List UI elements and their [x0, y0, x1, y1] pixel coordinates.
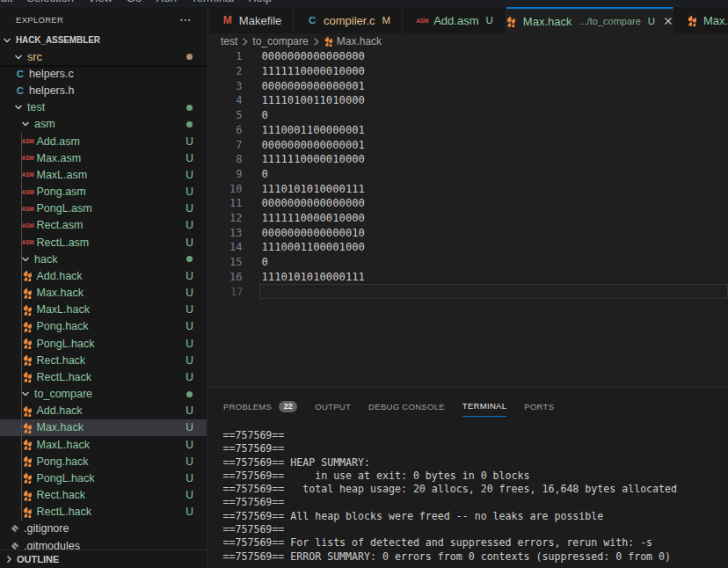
breadcrumb-item-test[interactable]: test: [221, 35, 237, 47]
asm-file-icon: ASM: [21, 236, 35, 250]
git-status-badge: U: [186, 219, 193, 231]
hack-flame-icon: [21, 455, 35, 469]
code-line: 41111010011010000: [209, 93, 728, 108]
line-text: 0: [262, 168, 268, 180]
tree-folder-asm[interactable]: asm: [0, 116, 207, 133]
outline-section-header[interactable]: OUTLINE: [0, 550, 207, 568]
tree-file-maxl.hack[interactable]: MaxL.hackU: [0, 436, 207, 453]
breadcrumb: testto_compareMax.hack: [209, 33, 728, 49]
tree-file-pong.asm[interactable]: ASMPong.asmU: [0, 184, 207, 200]
editor-tab-compiler-c[interactable]: Ccompiler.cM: [294, 7, 403, 33]
tree-file-max.hack[interactable]: Max.hackU: [0, 285, 207, 302]
terminal-line: ==757569==: [223, 442, 728, 455]
tree-item-label: Add.hack: [37, 270, 83, 282]
git-status-badge: U: [186, 135, 193, 148]
code-line: 150: [209, 255, 728, 270]
editor-tab-makefile[interactable]: MMakefile: [209, 7, 294, 33]
tree-item-label: Rect.hack: [37, 489, 86, 501]
tree-file-pongl.asm[interactable]: ASMPongL.asmU: [0, 200, 207, 217]
line-number: 13: [209, 227, 243, 239]
panel-tab-debug-console[interactable]: DEBUG CONSOLE: [368, 396, 445, 417]
tree-item-label: .gitignore: [24, 522, 69, 535]
problems-count-badge: 22: [279, 401, 297, 412]
panel-tab-ports[interactable]: PORTS: [524, 396, 554, 417]
terminal-line: ==757569== ERROR SUMMARY: 0 errors from …: [223, 550, 728, 564]
git-status-badge: U: [186, 303, 193, 316]
editor-tab-add-asm[interactable]: ASMAdd.asmU: [403, 7, 506, 33]
asm-file-icon: ASM: [21, 201, 35, 215]
panel-tab-output[interactable]: OUTPUT: [315, 396, 351, 417]
menu-item-go[interactable]: Go: [120, 0, 149, 4]
terminal-line: ==757569== All heap blocks were freed --…: [223, 510, 728, 523]
line-number: 6: [209, 124, 243, 136]
hack-flame-icon: [21, 337, 35, 351]
code-line: 141110001100001000: [209, 240, 728, 255]
menu-item-view[interactable]: View: [81, 0, 120, 4]
asm-file-icon: ASM: [21, 151, 35, 165]
breadcrumb-item-to_compare[interactable]: to_compare: [252, 35, 308, 47]
tree-file-pongl.hack[interactable]: PongL.hackU: [0, 335, 207, 352]
tree-file-rectl.hack[interactable]: RectL.hackU: [0, 504, 207, 521]
terminal-output[interactable]: ==757569====757569====757569== HEAP SUMM…: [223, 429, 728, 564]
menu-item-terminal[interactable]: Terminal: [184, 0, 241, 4]
git-status-badge: U: [186, 237, 193, 249]
code-line: 101110101010000111: [209, 181, 728, 196]
tree-file-add.hack[interactable]: Add.hackU: [0, 403, 207, 419]
editor-tab-max-hack[interactable]: Max.hack.../to_compareU: [506, 7, 673, 33]
menu-item-help[interactable]: Help: [241, 0, 279, 4]
sticky-scroll-shadow: [0, 65, 207, 69]
menu-item-run[interactable]: Run: [149, 0, 184, 4]
explorer-header: EXPLORER ⋯: [0, 7, 207, 32]
editor-tab-max-h[interactable]: Max.h: [673, 7, 728, 33]
tree-file-helpers.h[interactable]: Chelpers.h: [0, 83, 207, 99]
tree-file-rect.hack[interactable]: Rect.hackU: [0, 487, 207, 504]
tree-file-max.hack[interactable]: Max.hackU: [0, 419, 207, 436]
outline-label: OUTLINE: [17, 554, 59, 564]
git-status-badge: U: [186, 354, 193, 367]
hack-flame-icon: [21, 269, 35, 283]
tree-file-rectl.asm[interactable]: ASMRectL.asmU: [0, 234, 207, 251]
panel-tab-problems[interactable]: PROBLEMS22: [223, 396, 297, 417]
tab-git-status-badge: U: [486, 15, 493, 25]
tree-file-rect.hack[interactable]: Rect.hackU: [0, 352, 207, 368]
tree-file-pong.hack[interactable]: Pong.hackU: [0, 318, 207, 335]
tree-item-label: Pong.asm: [37, 186, 86, 198]
git-status-dot: [186, 105, 193, 111]
tree-file-gitignore[interactable]: .gitignore: [0, 521, 207, 537]
panel-tab-label: PORTS: [524, 402, 554, 411]
tree-file-rect.asm[interactable]: ASMRect.asmU: [0, 217, 207, 234]
menu-item-selection[interactable]: Selection: [19, 0, 80, 4]
hack-flame-icon: [21, 404, 35, 418]
panel-tab-terminal[interactable]: TERMINAL: [462, 396, 506, 417]
tree-file-max.asm[interactable]: ASMMax.asmU: [0, 149, 207, 166]
tree-item-label: Add.hack: [37, 404, 83, 417]
breadcrumb-item-max.hack[interactable]: Max.hack: [337, 35, 382, 47]
tree-file-rectl.hack[interactable]: RectL.hackU: [0, 368, 207, 385]
hack-flame-icon: [21, 438, 35, 452]
line-text: 0000000000000001: [262, 139, 365, 151]
tree-file-add.hack[interactable]: Add.hackU: [0, 267, 207, 284]
tree-item-label: Max.hack: [37, 287, 84, 299]
tree-file-pongl.hack[interactable]: PongL.hackU: [0, 470, 207, 486]
explorer-more-actions-icon[interactable]: ⋯: [179, 16, 193, 23]
tree-folder-to_compare[interactable]: to_compare: [0, 386, 207, 403]
hack-flame-icon: [21, 286, 35, 300]
line-number: 15: [209, 256, 243, 268]
line-text: 1111110000010000: [262, 212, 365, 224]
tree-file-pong.hack[interactable]: Pong.hackU: [0, 453, 207, 470]
tree-file-add.asm[interactable]: ASMAdd.asmU: [0, 133, 207, 149]
git-status-badge: U: [186, 455, 193, 468]
tree-folder-hack_assembler[interactable]: HACK_ASSEMBLER: [0, 32, 207, 48]
line-text: 0: [262, 109, 268, 121]
tree-folder-test[interactable]: test: [0, 99, 207, 116]
tree-file-maxl.hack[interactable]: MaxL.hackU: [0, 302, 207, 318]
tree-folder-src[interactable]: src: [0, 48, 207, 65]
git-status-badge: U: [186, 439, 193, 451]
code-line: 121111110000010000: [209, 211, 728, 226]
tree-file-maxl.asm[interactable]: ASMMaxL.asmU: [0, 166, 207, 183]
line-text: 0000000000000001: [262, 80, 365, 92]
line-number: 3: [209, 80, 243, 92]
asm-file-icon: ASM: [21, 135, 35, 149]
tree-folder-hack[interactable]: hack: [0, 251, 207, 267]
menu-item-edit[interactable]: Edit: [0, 0, 19, 4]
